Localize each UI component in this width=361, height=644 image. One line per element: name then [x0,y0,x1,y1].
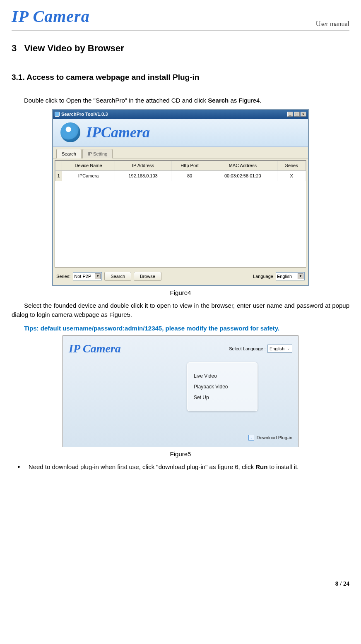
para1-a: Double click to Open the "SearchPro" in … [24,97,208,104]
section-3-title: View Video by Browser [24,43,124,53]
logo: IP Camera [12,4,90,29]
select-language-label: Select Language : [229,345,266,352]
section-3-num: 3 [12,43,17,53]
tab-ip-setting[interactable]: IP Setting [82,149,113,159]
app-icon [55,112,60,117]
col-series: Series [277,161,306,171]
figure5-webpage: IP Camera Select Language : English ⌄ Li… [63,335,298,447]
menu-setup[interactable]: Set Up [194,394,251,401]
page-header: IP Camera User manual [12,4,349,32]
grid-row-1[interactable]: 1 IPCamera 192.168.0.103 80 00:03:02:58:… [55,170,306,181]
select-language-value: English [277,273,292,280]
section-3-1-num: 3.1. [12,73,25,81]
figure4-tabs: Search IP Setting [53,147,308,159]
download-plugin-label: Download Plug-in [257,434,292,441]
select-series-value: Not P2P [74,273,91,280]
label-series: Series: [56,273,70,280]
chevron-down-icon: ▼ [298,273,303,279]
tab-search[interactable]: Search [56,149,82,159]
figure4-banner-logo: IPCamera [86,121,150,144]
select-language-web[interactable]: English ⌄ [267,345,292,353]
section-3-1-heading: 3.1. Access to camera webpage and instal… [12,72,349,84]
figure4-caption: Figure4 [12,288,349,298]
maximize-icon[interactable]: □ [294,112,300,117]
minimize-icon[interactable]: _ [287,112,293,117]
figure5-logo: IP Camera [69,340,121,357]
bullet-list: Need to download plug-in when first use,… [17,462,349,472]
select-series[interactable]: Not P2P ▼ [73,272,102,280]
close-icon[interactable]: × [301,112,306,117]
header-right-label: User manual [316,19,349,29]
tips-text: Tips: default username/password:admin/12… [12,324,349,333]
page-footer: 8 / 24 [12,579,349,589]
col-index [55,161,62,171]
figure4-window-title: SearchPro ToolV1.0.3 [61,111,108,118]
para-searchpro: Double click to Open the "SearchPro" in … [12,96,349,105]
section-3-heading: 3 View Video by Browser [12,41,349,55]
select-language-web-value: English [270,345,284,352]
col-mac-address: MAC Address [208,161,277,171]
col-ip-address: IP Address [115,161,171,171]
search-button[interactable]: Search [104,272,131,281]
grid-header-row: Device Name IP Address Http Port MAC Add… [55,161,306,171]
para1-c: as Figure4. [229,97,261,104]
figure4-banner: IPCamera [53,119,308,147]
section-3-1-title: Access to camera webpage and install Plu… [26,73,199,81]
eye-logo-icon [60,122,80,142]
cell-ip: 192.168.0.103 [115,170,171,181]
browse-button[interactable]: Browse [134,272,161,281]
download-plugin-link[interactable]: ↓ Download Plug-in [248,434,292,441]
cell-device-name: IPCamera [62,170,115,181]
cell-port: 80 [171,170,208,181]
bullet1-a: Need to download plug-in when first use,… [29,463,255,470]
select-language[interactable]: English ▼ [276,272,305,280]
cell-idx: 1 [55,170,62,181]
chevron-down-icon: ▼ [95,273,101,279]
figure4-titlebar: SearchPro ToolV1.0.3 _ □ × [53,110,308,119]
col-device-name: Device Name [62,161,115,171]
col-http-port: Http Port [171,161,208,171]
bullet1-b-bold: Run [255,463,267,470]
figure4-window: SearchPro ToolV1.0.3 _ □ × IPCamera Sear… [52,109,309,286]
cell-series: X [277,170,306,181]
figure5-caption: Figure5 [12,450,349,459]
cell-mac: 00:03:02:58:01:20 [208,170,277,181]
para1-b-bold: Search [208,97,229,104]
menu-live-video[interactable]: Live Video [194,372,251,380]
download-icon: ↓ [248,435,254,441]
figure4-bottom-row: Series: Not P2P ▼ Search Browse Language… [53,269,308,285]
chevron-down-icon: ⌄ [287,346,290,352]
label-language: Language [253,273,273,280]
para-select-device: Select the founded device and double cli… [12,301,349,320]
figure5-menu-panel: Live Video Playback Video Set Up [187,362,258,411]
bullet1-c: to install it. [267,463,298,470]
menu-playback-video[interactable]: Playback Video [194,383,251,390]
figure4-grid: Device Name IP Address Http Port MAC Add… [55,160,306,268]
bullet-download-plugin: Need to download plug-in when first use,… [17,462,349,472]
